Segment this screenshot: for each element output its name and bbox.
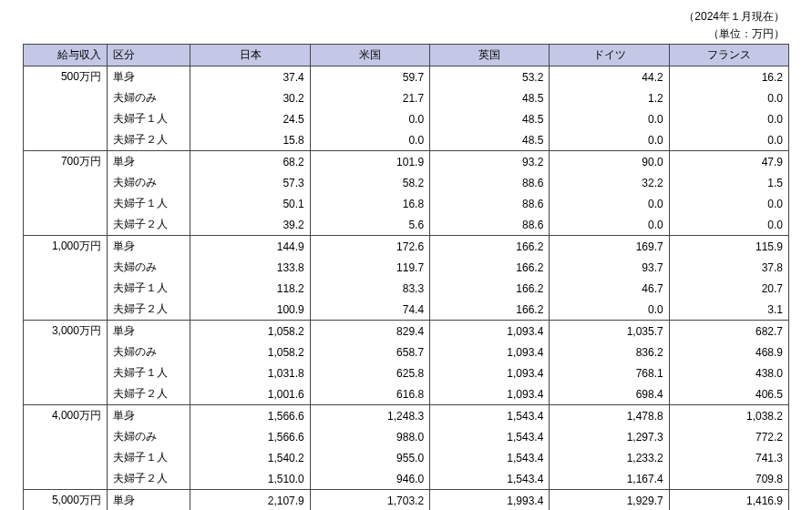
cell-value: 37.4 <box>190 66 310 88</box>
table-row: 夫婦子２人15.80.048.50.00.0 <box>24 129 789 151</box>
cell-value: 0.0 <box>669 108 788 129</box>
cell-value: 119.7 <box>310 257 429 278</box>
cell-income <box>24 87 108 108</box>
cell-category: 単身 <box>107 66 190 88</box>
cell-value: 48.5 <box>430 108 550 129</box>
cell-value: 53.2 <box>430 66 550 88</box>
cell-value: 0.0 <box>550 129 669 151</box>
table-row: 夫婦のみ1,566.6988.01,543.41,297.3772.2 <box>24 426 789 447</box>
cell-value: 1,233.2 <box>550 447 669 468</box>
cell-value: 59.7 <box>310 66 429 88</box>
cell-value: 406.5 <box>669 383 788 405</box>
cell-category: 単身 <box>107 405 190 427</box>
cell-value: 37.8 <box>669 257 788 278</box>
cell-value: 988.0 <box>310 426 429 447</box>
table-row: 夫婦のみ133.8119.7166.293.737.8 <box>24 257 789 278</box>
cell-value: 0.0 <box>550 108 669 129</box>
header-uk: 英国 <box>430 45 550 66</box>
cell-category: 夫婦子２人 <box>107 214 190 236</box>
cell-value: 1,297.3 <box>550 426 669 447</box>
cell-value: 955.0 <box>310 447 429 468</box>
cell-value: 1,058.2 <box>190 321 310 342</box>
cell-value: 169.7 <box>550 236 669 258</box>
header-usa: 米国 <box>310 45 429 66</box>
cell-value: 144.9 <box>190 236 310 258</box>
cell-value: 1,543.4 <box>430 447 550 468</box>
cell-value: 83.3 <box>310 278 429 299</box>
cell-value: 1.5 <box>669 172 788 193</box>
cell-value: 5.6 <box>310 214 429 236</box>
cell-income: 700万円 <box>24 151 108 173</box>
cell-income: 5,000万円 <box>24 490 108 511</box>
table-row: 夫婦子２人1,001.6616.81,093.4698.4406.5 <box>24 383 789 405</box>
cell-income <box>24 299 108 321</box>
cell-value: 772.2 <box>669 426 788 447</box>
cell-value: 39.2 <box>190 214 310 236</box>
cell-income <box>24 362 108 383</box>
cell-value: 0.0 <box>669 214 788 236</box>
cell-category: 夫婦子２人 <box>107 129 190 151</box>
table-row: 夫婦のみ57.358.288.632.21.5 <box>24 172 789 193</box>
cell-income <box>24 342 108 362</box>
cell-value: 93.2 <box>430 151 550 173</box>
cell-value: 57.3 <box>190 172 310 193</box>
cell-value: 48.5 <box>430 87 550 108</box>
cell-value: 1,416.9 <box>669 490 788 511</box>
cell-value: 16.2 <box>669 66 788 88</box>
cell-value: 741.3 <box>669 447 788 468</box>
cell-value: 616.8 <box>310 383 429 405</box>
cell-value: 100.9 <box>190 299 310 321</box>
cell-category: 夫婦子２人 <box>107 468 190 490</box>
cell-value: 166.2 <box>430 236 550 258</box>
cell-income <box>24 383 108 405</box>
cell-income <box>24 278 108 299</box>
cell-value: 946.0 <box>310 468 429 490</box>
cell-category: 夫婦のみ <box>107 172 190 193</box>
table-row: 1,000万円単身144.9172.6166.2169.7115.9 <box>24 236 789 258</box>
data-table: 給与収入 区分 日本 米国 英国 ドイツ フランス 500万円単身37.459.… <box>23 44 789 510</box>
cell-category: 単身 <box>107 321 190 342</box>
cell-value: 172.6 <box>310 236 429 258</box>
cell-value: 93.7 <box>550 257 669 278</box>
cell-income: 3,000万円 <box>24 321 108 342</box>
cell-value: 115.9 <box>669 236 788 258</box>
cell-value: 1,167.4 <box>550 468 669 490</box>
table-row: 夫婦のみ30.221.748.51.20.0 <box>24 87 789 108</box>
cell-value: 1,566.6 <box>190 405 310 427</box>
cell-value: 709.8 <box>669 468 788 490</box>
cell-value: 1,566.6 <box>190 426 310 447</box>
cell-income <box>24 193 108 214</box>
cell-value: 1,038.2 <box>669 405 788 427</box>
cell-value: 101.9 <box>310 151 429 173</box>
cell-value: 48.5 <box>430 129 550 151</box>
cell-category: 夫婦子１人 <box>107 362 190 383</box>
cell-category: 夫婦子１人 <box>107 193 190 214</box>
cell-category: 単身 <box>107 490 190 511</box>
cell-income: 1,000万円 <box>24 236 108 258</box>
cell-value: 44.2 <box>550 66 669 88</box>
cell-value: 166.2 <box>430 257 550 278</box>
header-income: 給与収入 <box>24 45 108 66</box>
cell-value: 0.0 <box>669 87 788 108</box>
cell-value: 1,703.2 <box>310 490 429 511</box>
cell-value: 682.7 <box>669 321 788 342</box>
cell-income <box>24 172 108 193</box>
cell-value: 1,093.4 <box>430 362 550 383</box>
cell-value: 0.0 <box>669 129 788 151</box>
cell-value: 836.2 <box>550 342 669 362</box>
cell-income <box>24 108 108 129</box>
header-germany: ドイツ <box>550 45 669 66</box>
cell-income <box>24 214 108 236</box>
cell-income <box>24 447 108 468</box>
cell-value: 24.5 <box>190 108 310 129</box>
cell-value: 0.0 <box>669 193 788 214</box>
cell-value: 1.2 <box>550 87 669 108</box>
cell-income <box>24 257 108 278</box>
table-row: 夫婦子１人118.283.3166.246.720.7 <box>24 278 789 299</box>
header-france: フランス <box>669 45 788 66</box>
cell-value: 0.0 <box>310 129 429 151</box>
cell-value: 58.2 <box>310 172 429 193</box>
table-row: 5,000万円単身2,107.91,703.21,993.41,929.71,4… <box>24 490 789 511</box>
cell-value: 0.0 <box>550 193 669 214</box>
cell-value: 3.1 <box>669 299 788 321</box>
